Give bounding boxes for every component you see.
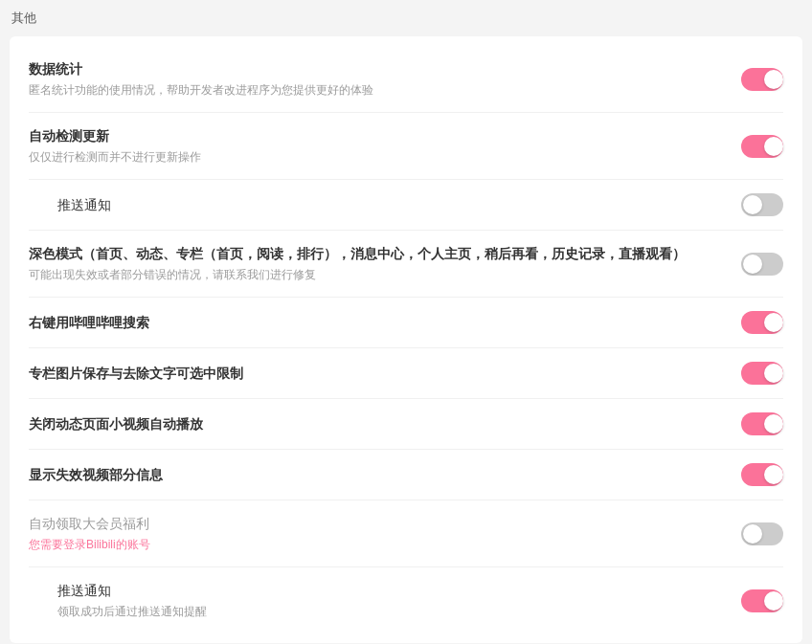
- setting-label-column-image-save: 专栏图片保存与去除文字可选中限制: [29, 364, 722, 384]
- toggle-auto-vip-benefit[interactable]: [741, 522, 783, 545]
- setting-label-close-dynamic-autoplay: 关闭动态页面小视频自动播放: [29, 414, 722, 434]
- setting-item-push-notification-1: 推送通知: [29, 180, 783, 231]
- setting-content-dark-mode: 深色模式（首页、动态、专栏（首页，阅读，排行），消息中心，个人主页，稍后再看，历…: [29, 244, 741, 283]
- setting-item-dark-mode: 深色模式（首页、动态、专栏（首页，阅读，排行），消息中心，个人主页，稍后再看，历…: [29, 231, 783, 298]
- setting-item-show-invalid-video: 显示失效视频部分信息: [29, 450, 783, 500]
- setting-label-dark-mode: 深色模式（首页、动态、专栏（首页，阅读，排行），消息中心，个人主页，稍后再看，历…: [29, 244, 722, 264]
- setting-label-show-invalid-video: 显示失效视频部分信息: [29, 465, 722, 485]
- setting-item-push-notification-2: 推送通知 领取成功后通过推送通知提醒: [29, 567, 783, 633]
- setting-content-push-notification-2: 推送通知 领取成功后通过推送通知提醒: [57, 581, 741, 620]
- setting-desc-auto-check-update: 仅仅进行检测而并不进行更新操作: [29, 148, 722, 166]
- setting-label-auto-vip-benefit: 自动领取大会员福利: [29, 514, 722, 534]
- setting-content-data-statistics: 数据统计 匿名统计功能的使用情况，帮助开发者改进程序为您提供更好的体验: [29, 59, 741, 99]
- setting-label-right-click-search: 右键用哔哩哔哩搜索: [29, 313, 722, 333]
- toggle-column-image-save[interactable]: [741, 362, 783, 385]
- toggle-dark-mode[interactable]: [741, 253, 783, 276]
- setting-content-auto-vip-benefit: 自动领取大会员福利 您需要登录Bilibili的账号: [29, 514, 741, 553]
- section-title: 其他: [10, 10, 802, 27]
- toggle-push-notification-2[interactable]: [741, 589, 783, 612]
- setting-item-close-dynamic-autoplay: 关闭动态页面小视频自动播放: [29, 399, 783, 450]
- setting-item-right-click-search: 右键用哔哩哔哩搜索: [29, 298, 783, 348]
- toggle-data-statistics[interactable]: [741, 68, 783, 91]
- setting-label-auto-check-update: 自动检测更新: [29, 126, 722, 146]
- toggle-close-dynamic-autoplay[interactable]: [741, 412, 783, 435]
- setting-content-show-invalid-video: 显示失效视频部分信息: [29, 465, 741, 485]
- setting-content-push-notification-1: 推送通知: [57, 195, 741, 215]
- settings-card: 数据统计 匿名统计功能的使用情况，帮助开发者改进程序为您提供更好的体验 自动检测…: [10, 36, 802, 643]
- setting-content-auto-check-update: 自动检测更新 仅仅进行检测而并不进行更新操作: [29, 126, 741, 166]
- setting-item-column-image-save: 专栏图片保存与去除文字可选中限制: [29, 348, 783, 399]
- setting-item-auto-check-update: 自动检测更新 仅仅进行检测而并不进行更新操作: [29, 113, 783, 180]
- setting-label-push-notification-2: 推送通知: [57, 581, 722, 601]
- setting-desc-auto-vip-benefit: 您需要登录Bilibili的账号: [29, 536, 722, 553]
- toggle-right-click-search[interactable]: [741, 311, 783, 334]
- setting-content-close-dynamic-autoplay: 关闭动态页面小视频自动播放: [29, 414, 741, 434]
- toggle-show-invalid-video[interactable]: [741, 463, 783, 486]
- setting-desc-dark-mode: 可能出现失效或者部分错误的情况，请联系我们进行修复: [29, 266, 722, 283]
- setting-label-push-notification-1: 推送通知: [57, 195, 722, 215]
- setting-item-auto-vip-benefit: 自动领取大会员福利 您需要登录Bilibili的账号: [29, 500, 783, 567]
- setting-label-data-statistics: 数据统计: [29, 59, 722, 79]
- setting-desc-data-statistics: 匿名统计功能的使用情况，帮助开发者改进程序为您提供更好的体验: [29, 81, 722, 99]
- setting-content-right-click-search: 右键用哔哩哔哩搜索: [29, 313, 741, 333]
- toggle-push-notification-1[interactable]: [741, 193, 783, 216]
- setting-content-column-image-save: 专栏图片保存与去除文字可选中限制: [29, 364, 741, 384]
- setting-desc-push-notification-2: 领取成功后通过推送通知提醒: [57, 603, 722, 620]
- toggle-auto-check-update[interactable]: [741, 135, 783, 158]
- setting-item-data-statistics: 数据统计 匿名统计功能的使用情况，帮助开发者改进程序为您提供更好的体验: [29, 46, 783, 113]
